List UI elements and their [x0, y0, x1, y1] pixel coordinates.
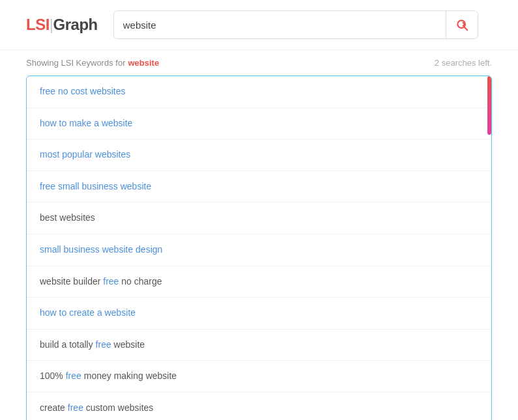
result-item[interactable]: small business website design [27, 234, 491, 266]
header: LSI|Graph [0, 0, 518, 50]
searches-left: 2 searches left. [435, 58, 492, 68]
result-item[interactable]: most popular websites [27, 139, 491, 171]
result-item[interactable]: create free custom websites [27, 393, 491, 420]
search-button[interactable] [446, 11, 478, 38]
svg-line-1 [465, 27, 468, 31]
result-item[interactable]: how to create a website [27, 298, 491, 329]
subheader-text: Showing LSI Keywords for [26, 58, 125, 68]
logo-graph: Graph [53, 16, 98, 33]
result-item[interactable]: how to make a website [27, 108, 491, 140]
result-item[interactable]: build a totally free website [27, 329, 491, 361]
subheader-keyword: website [128, 58, 159, 68]
result-item[interactable]: best websites [27, 203, 491, 234]
scrollbar-accent [487, 76, 491, 135]
logo: LSI|Graph [26, 16, 98, 34]
subheader-info: Showing LSI Keywords for website [26, 58, 159, 68]
search-icon [455, 18, 468, 31]
result-item[interactable]: free no cost websites [27, 76, 491, 108]
result-item[interactable]: 100% free money making website [27, 361, 491, 393]
results-list: free no cost websiteshow to make a websi… [27, 76, 491, 420]
logo-lsi: LSI [26, 16, 50, 33]
subheader: Showing LSI Keywords for website 2 searc… [0, 50, 518, 76]
search-input[interactable] [114, 20, 446, 31]
search-bar [113, 10, 478, 39]
result-item[interactable]: free small business website [27, 171, 491, 203]
result-item[interactable]: website builder free no charge [27, 266, 491, 298]
results-container: free no cost websiteshow to make a websi… [26, 76, 492, 420]
